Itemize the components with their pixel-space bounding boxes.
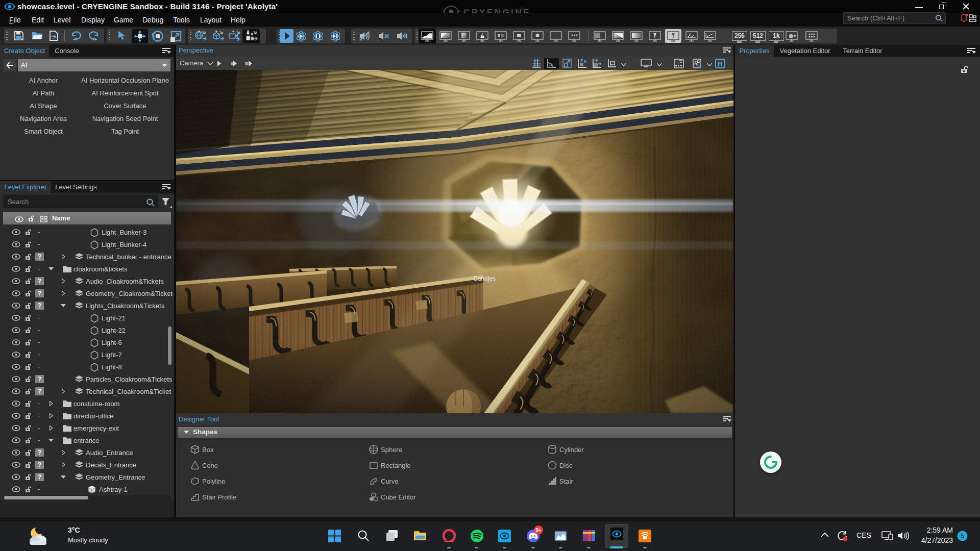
svg-text:®: ®	[521, 7, 524, 11]
svg-text:9+: 9+	[535, 528, 542, 533]
svg-text:Candļes: Candļes	[473, 275, 496, 282]
svg-text:H: H	[718, 60, 722, 68]
svg-text:5: 5	[961, 533, 964, 540]
svg-text:H: H	[697, 63, 701, 68]
